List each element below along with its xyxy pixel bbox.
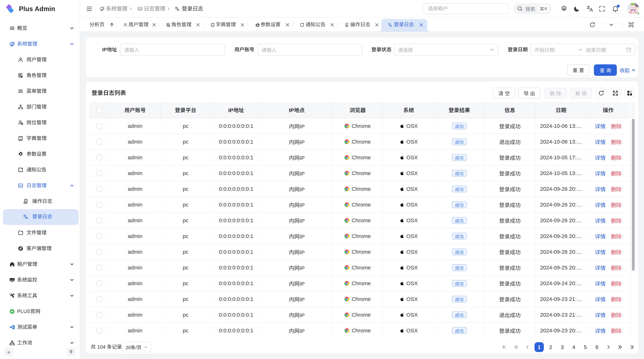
svg-text:DEV: DEV xyxy=(19,185,22,187)
svg-text:DEV: DEV xyxy=(138,8,142,10)
